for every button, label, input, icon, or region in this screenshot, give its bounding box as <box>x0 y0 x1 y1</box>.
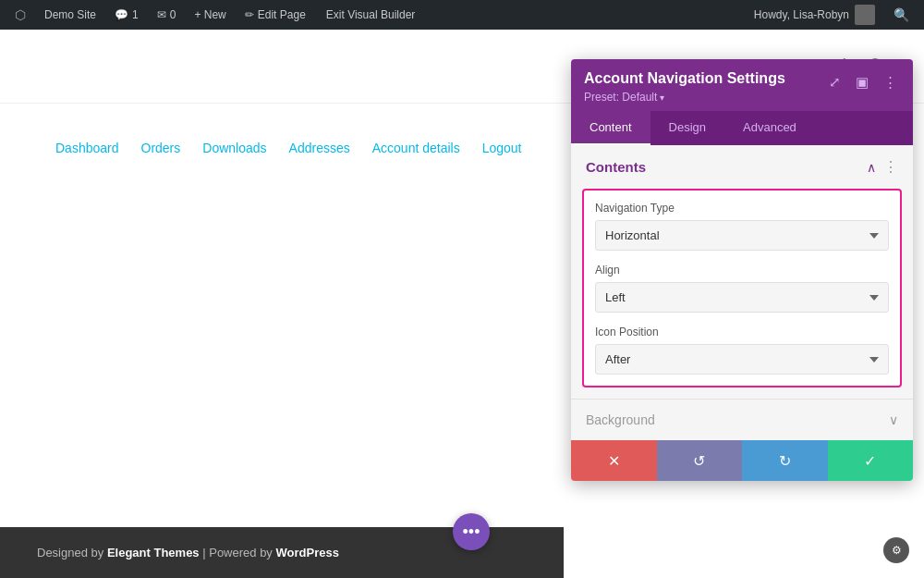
undo-button[interactable]: ↺ <box>657 440 743 481</box>
account-nav-addresses[interactable]: Addresses <box>289 141 350 155</box>
edit-page-item[interactable]: ✏ Edit Page <box>237 0 313 30</box>
wp-logo-item[interactable]: ⬡ <box>7 0 33 30</box>
account-nav-logout[interactable]: Logout <box>482 141 522 155</box>
panel-header-icons: ⤢ ▣ ⋮ <box>824 72 900 92</box>
avatar <box>855 5 875 25</box>
comment-icon: 💬 <box>115 8 128 21</box>
account-nav-orders[interactable]: Orders <box>141 141 181 155</box>
confirm-icon: ✓ <box>864 452 876 470</box>
panel-body: Contents ∧ ⋮ Navigation Type Horizontal … <box>571 145 913 440</box>
account-nav-dashboard[interactable]: Dashboard <box>55 141 119 155</box>
site-name: Demo Site <box>44 8 96 21</box>
cancel-icon: ✕ <box>608 452 620 470</box>
panel-title: Account Navigation Settings <box>584 70 785 87</box>
message-count: 0 <box>170 8 176 21</box>
howdy-text: Howdy, Lisa-Robyn <box>754 8 849 21</box>
admin-search-icon[interactable]: 🔍 <box>886 7 917 22</box>
tab-advanced[interactable]: Advanced <box>724 111 815 145</box>
new-item[interactable]: + New <box>187 0 233 30</box>
icon-position-label: Icon Position <box>595 326 889 338</box>
panel-preset[interactable]: Preset: Default <box>584 91 785 104</box>
confirm-button[interactable]: ✓ <box>828 440 914 481</box>
comment-count: 1 <box>132 8 139 21</box>
tab-content[interactable]: Content <box>571 111 650 145</box>
panel-footer: ✕ ↺ ↻ ✓ <box>571 440 913 481</box>
corner-settings-icon[interactable]: ⚙ <box>883 537 909 563</box>
align-label: Align <box>595 264 889 277</box>
howdy-area: Howdy, Lisa-Robyn <box>747 5 882 25</box>
section-more-icon[interactable]: ⋮ <box>883 158 898 176</box>
site-name-item[interactable]: Demo Site <box>37 0 103 30</box>
footer-wordpress: WordPress <box>275 546 338 560</box>
expand-icon[interactable]: ⤢ <box>824 72 845 92</box>
navigation-type-label: Navigation Type <box>595 202 889 215</box>
background-toggle-icon[interactable]: ∨ <box>889 412 898 427</box>
contents-section-title: Contents <box>586 159 646 175</box>
comments-item[interactable]: 💬 1 <box>107 0 146 30</box>
edit-page-label: Edit Page <box>258 8 306 21</box>
contents-box: Navigation Type Horizontal Vertical Alig… <box>582 189 902 387</box>
site-wrapper: Home About Blog Contact 🛒 🔍 Dashboard Or… <box>0 30 924 578</box>
align-field: Align Left Center Right <box>595 264 889 313</box>
panel-header: Account Navigation Settings Preset: Defa… <box>571 59 913 111</box>
panel-tabs: Content Design Advanced <box>571 111 913 145</box>
undo-icon: ↺ <box>693 452 705 470</box>
section-header-icons: ∧ ⋮ <box>867 158 898 176</box>
admin-bar: ⬡ Demo Site 💬 1 ✉ 0 + New ✏ Edit Page Ex… <box>0 0 924 30</box>
section-collapse-icon[interactable]: ∧ <box>867 160 876 175</box>
background-section: Background ∨ <box>571 399 913 440</box>
exit-builder-label: Exit Visual Builder <box>326 8 416 21</box>
builder-menu-button[interactable]: ••• <box>453 513 490 550</box>
account-nav-downloads[interactable]: Downloads <box>202 141 266 155</box>
footer-designed-by: Designed by <box>37 546 107 560</box>
icon-position-select[interactable]: Before After <box>595 344 889 375</box>
new-label: + New <box>194 8 225 21</box>
navigation-type-select[interactable]: Horizontal Vertical <box>595 220 889 251</box>
align-select[interactable]: Left Center Right <box>595 282 889 313</box>
settings-panel: Account Navigation Settings Preset: Defa… <box>571 59 913 481</box>
navigation-type-field: Navigation Type Horizontal Vertical <box>595 202 889 251</box>
background-section-title: Background <box>586 412 655 427</box>
more-options-icon[interactable]: ⋮ <box>880 72 900 92</box>
columns-icon[interactable]: ▣ <box>852 72 872 92</box>
redo-icon: ↻ <box>779 452 791 470</box>
pencil-icon: ✏ <box>245 8 254 21</box>
gear-icon: ⚙ <box>892 544 902 557</box>
account-nav-account-details[interactable]: Account details <box>372 141 460 155</box>
messages-item[interactable]: ✉ 0 <box>150 0 184 30</box>
cancel-button[interactable]: ✕ <box>571 440 657 481</box>
message-icon: ✉ <box>157 8 166 21</box>
footer-elegant-themes: Elegant Themes <box>107 546 200 560</box>
redo-button[interactable]: ↻ <box>742 440 828 481</box>
tab-design[interactable]: Design <box>650 111 724 145</box>
exit-builder-button[interactable]: Exit Visual Builder <box>317 0 425 30</box>
background-section-header[interactable]: Background ∨ <box>571 400 913 440</box>
panel-header-left: Account Navigation Settings Preset: Defa… <box>584 70 785 104</box>
footer-powered-by: | Powered by <box>202 546 275 560</box>
wp-logo-icon: ⬡ <box>15 7 26 22</box>
contents-section-header[interactable]: Contents ∧ ⋮ <box>571 145 913 189</box>
icon-position-field: Icon Position Before After <box>595 326 889 375</box>
builder-menu-icon: ••• <box>463 523 480 542</box>
